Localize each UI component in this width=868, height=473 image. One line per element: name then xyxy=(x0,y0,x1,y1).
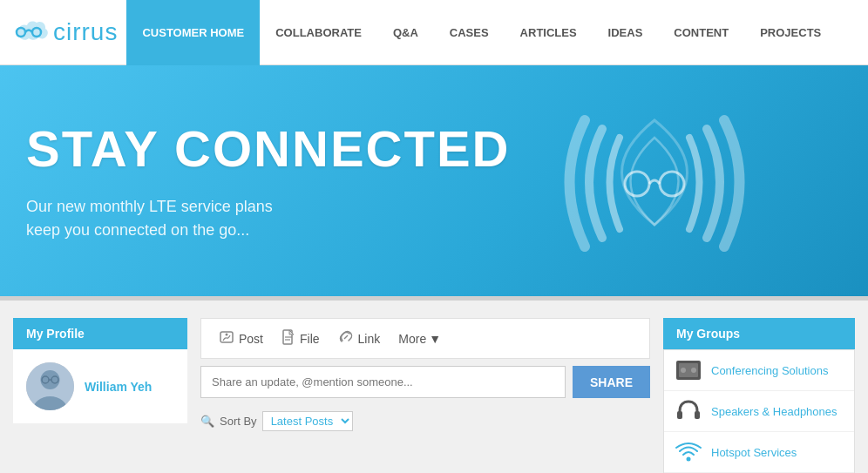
left-panel: My Profile William Yeh xyxy=(13,318,187,473)
svg-rect-20 xyxy=(695,411,700,419)
search-icon: 🔍 xyxy=(200,415,214,428)
post-icon xyxy=(219,329,234,348)
sort-row: 🔍 Sort By Latest Posts xyxy=(200,407,650,436)
nav-cases[interactable]: CASES xyxy=(434,0,505,65)
banner-text: STAY CONNECTED Our new monthly LTE servi… xyxy=(26,119,510,242)
svg-point-18 xyxy=(691,368,696,373)
group-conferencing-name: Conferencing Solutions xyxy=(711,364,828,377)
post-actions-bar: Post File Link More ▼ xyxy=(200,318,650,359)
more-button[interactable]: More ▼ xyxy=(391,328,448,349)
file-button[interactable]: File xyxy=(275,326,327,351)
link-icon xyxy=(338,329,354,348)
share-input[interactable] xyxy=(200,366,566,398)
main-content: My Profile William Yeh xyxy=(0,301,868,473)
svg-point-21 xyxy=(687,457,691,462)
nav-collaborate[interactable]: COLLABORATE xyxy=(260,0,377,65)
avatar xyxy=(26,362,74,410)
headphones-icon xyxy=(675,400,702,422)
sort-by-label: Sort By xyxy=(220,415,257,428)
post-button[interactable]: Post xyxy=(212,326,270,351)
headset-icon xyxy=(675,359,702,382)
share-input-row: SHARE xyxy=(200,366,650,398)
wifi-icon xyxy=(675,441,702,463)
logo-text: cirrus xyxy=(53,18,118,46)
nav-customer-home[interactable]: CUSTOMER HOME xyxy=(126,0,260,65)
nav-qa[interactable]: Q&A xyxy=(377,0,434,65)
chevron-down-icon: ▼ xyxy=(429,332,441,346)
profile-body: William Yeh xyxy=(13,349,187,423)
svg-point-3 xyxy=(660,172,684,196)
banner-title: STAY CONNECTED xyxy=(26,119,510,178)
sort-select[interactable]: Latest Posts xyxy=(262,411,353,431)
group-item-hotspot[interactable]: Hotspot Services xyxy=(664,432,854,473)
my-profile-header: My Profile xyxy=(13,318,187,349)
nav-ideas[interactable]: IDEAS xyxy=(593,0,659,65)
my-groups-header: My Groups xyxy=(663,318,855,349)
header: cirrus CUSTOMER HOME COLLABORATE Q&A CAS… xyxy=(0,0,868,65)
banner-subtitle: Our new monthly LTE service plans keep y… xyxy=(26,195,510,242)
svg-point-2 xyxy=(625,172,649,196)
group-speakers-name: Speakers & Headphones xyxy=(711,405,837,418)
svg-point-17 xyxy=(681,368,686,373)
nav-projects[interactable]: PROJECTS xyxy=(744,0,837,65)
main-nav: CUSTOMER HOME COLLABORATE Q&A CASES ARTI… xyxy=(126,0,837,64)
file-icon xyxy=(281,329,295,348)
group-item-speakers[interactable]: Speakers & Headphones xyxy=(664,391,854,432)
nav-content[interactable]: CONTENT xyxy=(658,0,744,65)
group-item-conferencing[interactable]: Conferencing Solutions xyxy=(664,350,854,391)
group-hotspot-name: Hotspot Services xyxy=(711,446,797,459)
groups-list: Conferencing Solutions Speakers & Headph… xyxy=(663,349,855,473)
avatar-image xyxy=(26,362,74,410)
banner-wifi-graphic xyxy=(546,85,763,277)
hero-banner: STAY CONNECTED Our new monthly LTE servi… xyxy=(0,65,868,296)
user-name[interactable]: William Yeh xyxy=(85,380,152,394)
svg-rect-19 xyxy=(677,411,682,419)
right-panel: My Groups Conferencing Solutions xyxy=(663,318,855,473)
svg-point-11 xyxy=(226,334,228,336)
center-panel: Post File Link More ▼ SHARE xyxy=(200,318,650,473)
cirrus-logo-icon xyxy=(9,19,48,45)
logo-area: cirrus xyxy=(9,18,118,46)
share-button[interactable]: SHARE xyxy=(573,366,650,398)
link-button[interactable]: Link xyxy=(331,326,388,351)
nav-articles[interactable]: ARTICLES xyxy=(505,0,593,65)
